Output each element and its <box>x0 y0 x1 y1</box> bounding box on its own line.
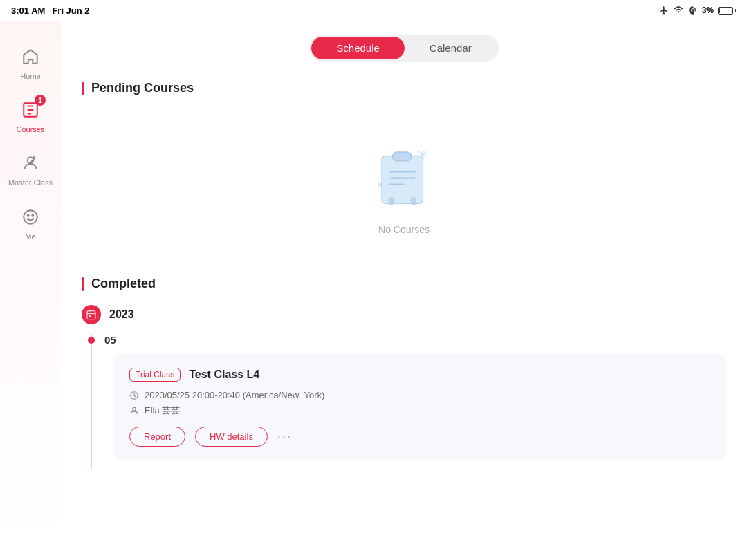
svg-point-3 <box>24 210 37 224</box>
svg-rect-13 <box>393 152 412 161</box>
sidebar-item-masterclass[interactable]: Master Class <box>0 141 61 194</box>
datetime-row: 2023/05/25 20:00-20:40 (America/New_York… <box>129 390 710 400</box>
courses-badge: 1 <box>35 95 46 106</box>
hw-details-button[interactable]: HW details <box>195 427 268 447</box>
masterclass-icon <box>21 154 39 172</box>
course-card: Trial Class Test Class L4 2023/05/25 20:… <box>113 354 726 460</box>
completed-section: Completed 2023 05 Trial Class <box>82 277 726 469</box>
svg-point-5 <box>32 214 33 216</box>
tab-bar: Schedule Calendar <box>82 35 726 62</box>
main-content: Schedule Calendar Pending Courses <box>61 21 747 560</box>
course-datetime: 2023/05/25 20:00-20:40 (America/New_York… <box>145 390 324 400</box>
home-icon-wrap <box>18 44 43 69</box>
empty-state: No Courses <box>82 109 726 270</box>
year-icon <box>82 305 101 324</box>
tab-calendar[interactable]: Calendar <box>405 37 497 59</box>
card-meta: 2023/05/25 20:00-20:40 (America/New_York… <box>129 390 710 417</box>
courses-label: Courses <box>17 125 45 134</box>
airplane-icon <box>659 6 669 15</box>
teacher-row: Ella 芸芸 <box>129 404 710 417</box>
completed-section-title: Completed <box>91 277 156 291</box>
date: Fri Jun 2 <box>52 6 89 16</box>
empty-text: No Courses <box>378 224 430 235</box>
masterclass-icon-wrap <box>18 151 43 176</box>
report-button[interactable]: Report <box>129 427 185 447</box>
masterclass-label: Master Class <box>8 178 53 187</box>
sidebar-item-courses[interactable]: 1 Courses <box>0 88 61 141</box>
status-bar: 3:01 AM Fri Jun 2 3% <box>0 0 747 21</box>
svg-point-22 <box>133 407 136 411</box>
time: 3:01 AM <box>11 6 45 16</box>
course-name: Test Class L4 <box>189 368 259 381</box>
home-label: Home <box>20 72 40 81</box>
pending-section-header: Pending Courses <box>82 81 726 95</box>
year-row: 2023 <box>82 305 726 324</box>
wifi-icon <box>673 6 684 15</box>
status-left: 3:01 AM Fri Jun 2 <box>11 6 90 16</box>
pending-section-title: Pending Courses <box>91 81 194 95</box>
location-icon <box>688 6 698 15</box>
svg-rect-12 <box>382 156 423 204</box>
calendar-icon <box>86 309 97 320</box>
completed-section-header: Completed <box>82 277 726 291</box>
courses-icon-wrap: 1 <box>18 97 43 122</box>
svg-point-4 <box>28 214 29 216</box>
sidebar: Home 1 Courses Master Class <box>0 21 61 560</box>
me-label: Me <box>25 232 35 241</box>
battery-icon <box>718 7 736 15</box>
completed-section-bar <box>82 277 84 291</box>
svg-rect-19 <box>87 311 95 319</box>
card-top: Trial Class Test Class L4 <box>129 368 710 382</box>
empty-clipboard-icon <box>366 137 442 213</box>
home-icon <box>21 48 39 66</box>
tab-container: Schedule Calendar <box>309 35 498 62</box>
card-actions: Report HW details ··· <box>129 427 710 447</box>
battery-percent: 3% <box>702 6 714 15</box>
pending-section-bar <box>82 82 84 95</box>
svg-point-18 <box>410 197 416 203</box>
me-icon-wrap <box>18 205 43 230</box>
sidebar-item-me[interactable]: Me <box>0 195 61 248</box>
more-button[interactable]: ··· <box>277 429 292 444</box>
month-dot <box>88 337 95 344</box>
svg-point-17 <box>388 197 394 203</box>
year-text: 2023 <box>109 308 134 321</box>
month-text: 05 <box>102 334 116 346</box>
course-teacher: Ella 芸芸 <box>145 404 180 417</box>
tab-schedule[interactable]: Schedule <box>311 37 405 59</box>
svg-rect-20 <box>89 315 91 317</box>
trial-badge: Trial Class <box>129 368 181 382</box>
month-row: 05 <box>102 334 726 346</box>
status-right: 3% <box>659 6 736 15</box>
sidebar-item-home[interactable]: Home <box>0 35 61 88</box>
clock-icon <box>129 391 139 400</box>
person-icon <box>129 406 139 416</box>
me-icon <box>21 208 39 226</box>
timeline: 05 Trial Class Test Class L4 2023/05/25 … <box>91 334 726 469</box>
